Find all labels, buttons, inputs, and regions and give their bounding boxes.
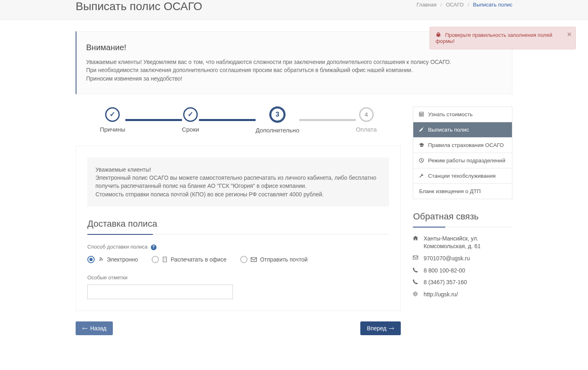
notice-line2: Электронный полис ОСАГО вы можете самост…: [95, 174, 381, 190]
error-toast: Проверьте правильность заполнения полей …: [429, 27, 576, 49]
contact-phone-2[interactable]: 8 (3467) 357-160: [423, 279, 467, 287]
sidebar-item-schedule[interactable]: Режим работы подразделений: [413, 153, 512, 168]
sidebar-item-rules[interactable]: Правила страхования ОСАГО: [413, 138, 512, 153]
form-panel: Уважаемые клиенты! Электронный полис ОСА…: [76, 146, 401, 311]
breadcrumb-current: Выписать полис: [473, 2, 512, 8]
edit-icon: [419, 127, 425, 132]
notice-line1: Уважаемые клиенты!: [95, 166, 381, 174]
remarks-input[interactable]: [87, 285, 233, 299]
graduation-icon: [419, 143, 425, 147]
radio-office-label: Распечатать в офисе: [171, 256, 226, 263]
wizard-step-3-circle[interactable]: 3: [269, 106, 286, 123]
wizard-steps: Причины Сроки 3 Дополнительно 4 Оплата: [76, 106, 401, 134]
wizard-connector: [125, 119, 182, 121]
attention-line3: Приносим извинения за неудобство!: [86, 74, 502, 83]
wizard-connector: [199, 119, 256, 121]
sidebar-item-stations[interactable]: Станции техобслуживания: [413, 168, 512, 184]
sidebar-item-issue[interactable]: Выписать полис: [413, 122, 512, 138]
bug-icon: [436, 32, 443, 38]
back-button[interactable]: 🡐 Назад: [76, 321, 113, 335]
sidebar-item-calculate[interactable]: Узнать стоимость: [413, 107, 512, 122]
info-notice: Уважаемые клиенты! Электронный полис ОСА…: [87, 157, 389, 206]
wizard-connector: [299, 119, 356, 121]
page-title: Выписать полис ОСАГО: [76, 0, 202, 13]
attention-line1: Уважаемые клиенты! Уведомляем вас о том,…: [86, 58, 502, 66]
breadcrumb-category[interactable]: ОСАГО: [446, 2, 463, 8]
arrow-left-icon: 🡐: [82, 325, 88, 332]
contact-phone-1[interactable]: 8 800 100-82-00: [423, 267, 465, 275]
wizard-step-1-label: Причины: [100, 126, 125, 133]
feedback-title: Обратная связь: [413, 211, 512, 227]
contact-address: Ханты-Мансийск, ул. Комсомольская, д. 61: [423, 235, 512, 251]
building-icon: [162, 257, 167, 262]
contact-email[interactable]: 9701070@ugsk.ru: [423, 255, 470, 263]
arrow-right-icon: 🡒: [389, 325, 394, 332]
remarks-label: Особые отметки: [87, 274, 389, 281]
delivery-method-label: Способ доставки полиса ?: [87, 244, 389, 250]
sidebar-nav: Узнать стоимость Выписать полис Правила …: [413, 106, 512, 199]
wizard-step-1-circle[interactable]: [105, 107, 120, 122]
breadcrumb-home[interactable]: Главная: [417, 2, 436, 8]
phone-icon: [413, 279, 419, 284]
help-icon[interactable]: ?: [151, 245, 157, 250]
wizard-step-2-circle[interactable]: [183, 107, 198, 122]
phone-icon: [413, 268, 419, 272]
contact-list: Ханты-Мансийск, ул. Комсомольская, д. 61…: [413, 235, 512, 299]
notice-line3: Стоимость отправки полиса почтой (КПО) в…: [95, 190, 381, 198]
wizard-step-2-label: Сроки: [182, 126, 199, 133]
radio-post[interactable]: Отправить почтой: [240, 256, 308, 263]
error-toast-text: Проверьте правильность заполнения полей …: [436, 32, 552, 44]
next-button[interactable]: Вперед 🡒: [360, 321, 401, 335]
wizard-step-4-circle: 4: [359, 107, 374, 122]
delivery-section-title: Доставка полиса: [87, 219, 389, 234]
home-icon: [413, 236, 419, 240]
attention-line2: При необходимости заключения дополнитель…: [86, 66, 502, 74]
radio-post-label: Отправить почтой: [260, 256, 308, 263]
clock-icon: [419, 158, 425, 163]
svg-rect-7: [419, 112, 423, 116]
contact-url[interactable]: http://ugsk.ru/: [423, 291, 458, 299]
sidebar-item-form[interactable]: Бланк извещения о ДТП: [413, 184, 512, 199]
envelope-icon: [413, 255, 419, 259]
radio-electronic[interactable]: Электронно: [87, 256, 138, 263]
close-icon[interactable]: ×: [567, 31, 571, 38]
wizard-step-4-label: Оплата: [356, 126, 377, 133]
globe-icon: [413, 291, 419, 296]
wifi-icon: [98, 257, 104, 262]
svg-rect-0: [163, 257, 167, 262]
envelope-icon: [251, 257, 257, 262]
radio-office[interactable]: Распечатать в офисе: [152, 256, 226, 263]
radio-electronic-label: Электронно: [107, 256, 138, 263]
wizard-step-3-label: Дополнительно: [256, 127, 299, 134]
calculator-icon: [419, 112, 425, 117]
breadcrumb: Главная / ОСАГО / Выписать полис: [417, 0, 512, 8]
wrench-icon: [419, 173, 425, 178]
